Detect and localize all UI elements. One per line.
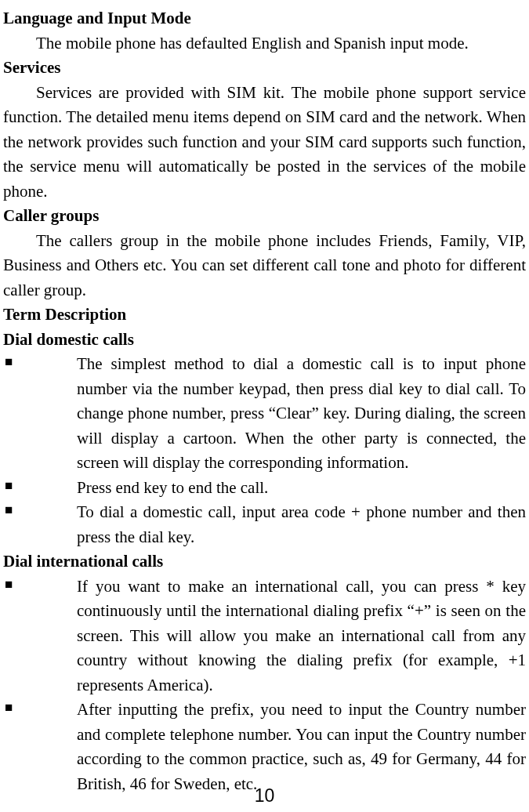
list-item: ■ To dial a domestic call, input area co… [3, 500, 526, 549]
heading-language-input: Language and Input Mode [3, 6, 526, 31]
paragraph-caller-groups: The callers group in the mobile phone in… [3, 229, 526, 303]
square-bullet-icon: ■ [3, 500, 77, 520]
heading-caller-groups: Caller groups [3, 204, 526, 229]
list-item-text: Press end key to end the call. [77, 476, 526, 501]
heading-services: Services [3, 56, 526, 81]
square-bullet-icon: ■ [3, 476, 77, 496]
paragraph-services: Services are provided with SIM kit. The … [3, 81, 526, 205]
square-bullet-icon: ■ [3, 352, 77, 372]
list-item-text: After inputting the prefix, you need to … [77, 698, 526, 796]
list-item-text: To dial a domestic call, input area code… [77, 500, 526, 549]
paragraph-language-input: The mobile phone has defaulted English a… [3, 31, 526, 56]
heading-term-description: Term Description [3, 303, 526, 328]
square-bullet-icon: ■ [3, 575, 77, 595]
square-bullet-icon: ■ [3, 698, 77, 718]
list-item: ■ The simplest method to dial a domestic… [3, 352, 526, 476]
heading-dial-domestic: Dial domestic calls [3, 328, 526, 353]
list-item-text: If you want to make an international cal… [77, 575, 526, 698]
page-number: 10 [255, 782, 275, 810]
list-item-text: The simplest method to dial a domestic c… [77, 352, 526, 476]
list-item: ■ If you want to make an international c… [3, 575, 526, 698]
heading-dial-international: Dial international calls [3, 549, 526, 575]
list-item: ■ Press end key to end the call. [3, 476, 526, 501]
